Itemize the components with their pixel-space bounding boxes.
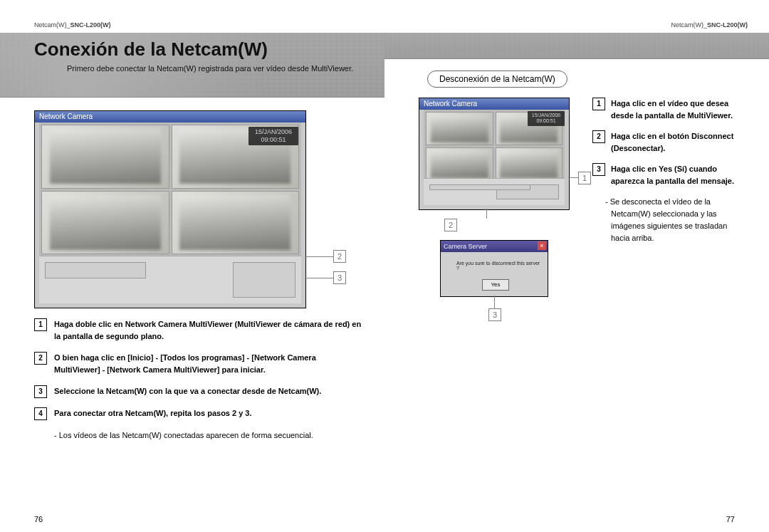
right-col-steps: 1 Haga clic en el vídeo que desea desde … bbox=[592, 98, 748, 297]
running-head-right: Netcam(W)_SNC-L200(W) bbox=[419, 21, 748, 28]
step-1: 1 Haga doble clic en Network Camera Mult… bbox=[34, 318, 363, 343]
right-columns: Network Camera 15/JAN/2006 09:00:51 bbox=[419, 98, 748, 297]
step-number: 1 bbox=[34, 318, 47, 331]
timestamp-overlay: 15/JAN/2006 09:00:51 bbox=[528, 111, 565, 126]
step-text: Haga clic en el botón Disconnect (Descon… bbox=[611, 132, 733, 152]
product-name: Netcam(W) bbox=[34, 21, 67, 28]
video-tile-4[interactable] bbox=[496, 147, 563, 181]
step-2: 2 O bien haga clic en [Inicio] - [Todos … bbox=[34, 352, 363, 376]
model-name: SNC-L200(W) bbox=[70, 21, 111, 28]
page-title: Conexión de la Netcam(W) bbox=[0, 33, 384, 61]
page-right: Netcam(W)_SNC-L200(W) Desconexión de la … bbox=[384, 0, 769, 532]
control-panel bbox=[39, 256, 301, 303]
subnote-right: - Se desconecta el vídeo de la Netcam(W)… bbox=[611, 196, 748, 244]
control-panel bbox=[424, 178, 565, 205]
dialog-wrap: Camera Server × Are you sure to disconne… bbox=[440, 240, 582, 297]
step-2: 2 Haga clic en el botón Disconnect (Desc… bbox=[592, 130, 748, 155]
callout-2: 2 bbox=[444, 219, 457, 231]
yes-button[interactable]: Yes bbox=[482, 279, 509, 291]
multiviewer-screenshot-small: Network Camera 15/JAN/2006 09:00:51 bbox=[419, 98, 570, 210]
title-bar-continued bbox=[384, 33, 769, 59]
step-1: 1 Haga clic en el vídeo que desea desde … bbox=[592, 98, 748, 122]
page-number-left: 76 bbox=[34, 515, 43, 523]
screenshot-wrap-left: Network Camera 15/JAN/2006 09:00:51 2 3 bbox=[34, 110, 363, 308]
running-head-left: Netcam(W)_SNC-L200(W) bbox=[34, 21, 363, 28]
screenshot-wrap-right: Network Camera 15/JAN/2006 09:00:51 bbox=[419, 98, 582, 210]
callout-1: 1 bbox=[578, 172, 591, 184]
model-name: SNC-L200(W) bbox=[707, 21, 748, 28]
timestamp-overlay: 15/JAN/2006 09:00:51 bbox=[249, 127, 298, 145]
step-number: 4 bbox=[34, 407, 47, 420]
overlay-date: 15/JAN/2006 bbox=[249, 128, 298, 136]
confirm-dialog: Camera Server × Are you sure to disconne… bbox=[440, 240, 548, 297]
page-spread: Netcam(W)_SNC-L200(W) Conexión de la Net… bbox=[0, 0, 769, 532]
step-text: Haga doble clic en Network Camera MultiV… bbox=[54, 320, 361, 340]
callout-line bbox=[486, 209, 487, 219]
right-col-images: Network Camera 15/JAN/2006 09:00:51 bbox=[419, 98, 582, 297]
overlay-date: 15/JAN/2006 bbox=[528, 113, 565, 118]
step-number: 3 bbox=[592, 163, 605, 176]
callout-line bbox=[305, 256, 333, 257]
step-text: Haga clic en el vídeo que desea desde la… bbox=[611, 99, 733, 120]
page-lead: Primero debe conectar la Netcam(W) regis… bbox=[0, 61, 384, 75]
step-3: 3 Haga clic en Yes (Sí) cuando aparezca … bbox=[592, 163, 748, 187]
window-titlebar: Network Camera bbox=[419, 98, 569, 110]
window-titlebar: Network Camera bbox=[35, 111, 305, 122]
steps-left: 1 Haga doble clic en Network Camera Mult… bbox=[34, 318, 363, 420]
video-tile-3[interactable] bbox=[41, 191, 169, 255]
callout-line bbox=[494, 296, 495, 308]
page-left: Netcam(W)_SNC-L200(W) Conexión de la Net… bbox=[0, 0, 384, 532]
step-text: Seleccione la Netcam(W) con la que va a … bbox=[54, 387, 321, 395]
callout-2: 2 bbox=[333, 250, 346, 263]
video-tile-3[interactable] bbox=[426, 147, 493, 181]
video-tile-1[interactable] bbox=[426, 112, 493, 145]
dialog-titlebar: Camera Server bbox=[441, 241, 548, 252]
window-title-text: Network Camera bbox=[39, 113, 93, 120]
overlay-time: 09:00:51 bbox=[249, 136, 298, 144]
steps-right: 1 Haga clic en el vídeo que desea desde … bbox=[592, 98, 748, 244]
video-tile-1[interactable] bbox=[41, 125, 169, 189]
step-number: 1 bbox=[592, 98, 605, 110]
multiviewer-screenshot: Network Camera 15/JAN/2006 09:00:51 bbox=[34, 110, 306, 308]
page-number-right: 77 bbox=[726, 515, 735, 523]
overlay-time: 09:00:51 bbox=[528, 118, 565, 124]
step-number: 3 bbox=[34, 385, 47, 398]
dialog-message: Are you sure to disconnect this server ? bbox=[456, 261, 543, 271]
step-3: 3 Seleccione la Netcam(W) con la que va … bbox=[34, 385, 363, 398]
video-tile-4[interactable] bbox=[172, 191, 300, 255]
step-text: Haga clic en Yes (Sí) cuando aparezca la… bbox=[611, 165, 734, 185]
step-4: 4 Para conectar otra Netcam(W), repita l… bbox=[34, 407, 363, 420]
close-icon[interactable]: × bbox=[538, 241, 546, 250]
note-left: - Los vídeos de las Netcam(W) conectadas… bbox=[54, 429, 363, 442]
dialog-title: Camera Server bbox=[444, 243, 487, 250]
product-name: Netcam(W) bbox=[671, 21, 703, 28]
subsection-heading: Desconexión de la Netcam(W) bbox=[427, 71, 567, 88]
callout-line bbox=[568, 177, 578, 178]
step-text: O bien haga clic en [Inicio] - [Todos lo… bbox=[54, 353, 316, 374]
callout-line bbox=[305, 278, 333, 278]
callout-3: 3 bbox=[488, 308, 501, 321]
window-title-text: Network Camera bbox=[424, 100, 477, 108]
title-bar: Conexión de la Netcam(W) Primero debe co… bbox=[0, 33, 384, 98]
step-number: 2 bbox=[592, 130, 605, 143]
step-text: Para conectar otra Netcam(W), repita los… bbox=[54, 409, 252, 417]
callout-3: 3 bbox=[333, 271, 346, 284]
step-number: 2 bbox=[34, 352, 47, 365]
